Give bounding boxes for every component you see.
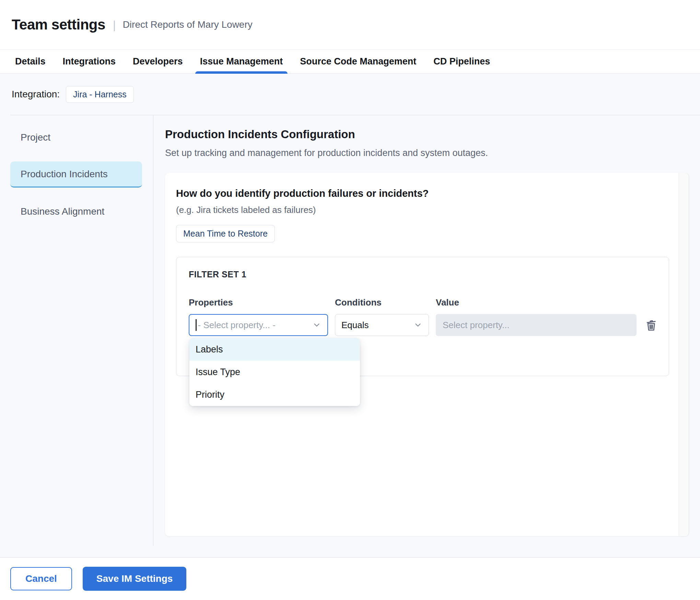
value-column-label: Value: [436, 297, 637, 308]
value-input[interactable]: [436, 314, 637, 336]
question-hint: (e.g. Jira tickets labeled as failures): [176, 205, 667, 215]
main-panel: Production Incidents Configuration Set u…: [153, 115, 700, 557]
section-subtitle: Set up tracking and management for produ…: [165, 148, 700, 158]
card-scrollbar[interactable]: [679, 173, 689, 536]
sidebar-item-production-incidents[interactable]: Production Incidents: [10, 161, 142, 188]
sidebar-item-business-alignment[interactable]: Business Alignment: [10, 199, 142, 225]
chevron-down-icon: [413, 321, 422, 329]
text-cursor: [196, 319, 197, 331]
filter-set-title: FILTER SET 1: [189, 269, 656, 279]
content-area: Project Production Incidents Business Al…: [0, 115, 700, 557]
conditions-value: Equals: [341, 320, 369, 331]
sidebar-item-project[interactable]: Project: [10, 124, 142, 151]
properties-placeholder: - Select property... -: [198, 320, 276, 331]
page-title: Team settings: [12, 16, 105, 33]
tab-integrations[interactable]: Integrations: [63, 50, 116, 73]
tab-cd-pipelines[interactable]: CD Pipelines: [433, 50, 490, 73]
save-im-settings-button[interactable]: Save IM Settings: [83, 567, 187, 591]
properties-select[interactable]: - Select property... -: [189, 314, 328, 336]
title-separator: |: [113, 18, 116, 32]
footer-actions: Cancel Save IM Settings: [0, 557, 700, 600]
chevron-down-icon: [312, 321, 321, 329]
integration-row: Integration: Jira - Harness: [0, 74, 700, 115]
cancel-button[interactable]: Cancel: [10, 567, 72, 590]
properties-column-label: Properties: [189, 297, 328, 308]
dropdown-option-priority[interactable]: Priority: [189, 383, 360, 406]
question-heading: How do you identify production failures …: [176, 188, 667, 199]
app-header: Team settings | Direct Reports of Mary L…: [0, 0, 700, 49]
tab-issue-management[interactable]: Issue Management: [200, 50, 283, 73]
dropdown-option-labels[interactable]: Labels: [189, 338, 360, 361]
integration-label: Integration:: [12, 89, 60, 100]
page: Team settings | Direct Reports of Mary L…: [0, 0, 700, 600]
conditions-column-label: Conditions: [335, 297, 429, 308]
incidents-config-card: How do you identify production failures …: [165, 173, 689, 536]
section-title: Production Incidents Configuration: [165, 128, 700, 141]
dropdown-option-issue-type[interactable]: Issue Type: [189, 361, 360, 383]
mean-time-to-restore-chip[interactable]: Mean Time to Restore: [176, 225, 275, 242]
conditions-select[interactable]: Equals: [335, 314, 429, 336]
tab-source-code-management[interactable]: Source Code Management: [300, 50, 416, 73]
filter-set-panel: FILTER SET 1 Properties Conditions Value…: [176, 257, 669, 376]
settings-tabbar: Details Integrations Developers Issue Ma…: [0, 49, 700, 74]
delete-filter-button[interactable]: [643, 317, 658, 333]
tab-developers[interactable]: Developers: [133, 50, 183, 73]
settings-sidebar: Project Production Incidents Business Al…: [0, 115, 153, 546]
properties-dropdown: Labels Issue Type Priority: [189, 338, 360, 406]
trash-icon: [644, 318, 658, 332]
tab-details[interactable]: Details: [15, 50, 46, 73]
team-name-subtitle: Direct Reports of Mary Lowery: [123, 19, 253, 30]
integration-badge[interactable]: Jira - Harness: [66, 86, 134, 103]
filter-grid: Properties Conditions Value - Select pro…: [189, 297, 656, 336]
content-divider: [10, 115, 700, 115]
